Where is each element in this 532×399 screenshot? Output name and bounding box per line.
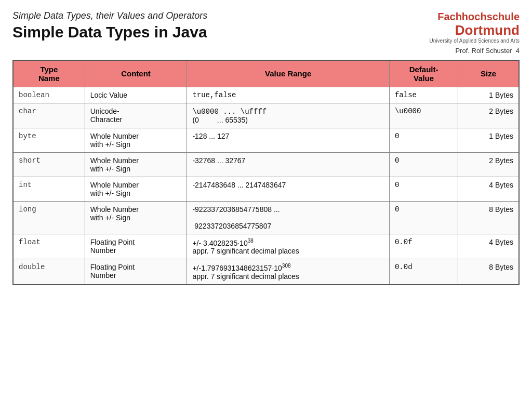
prof-name: Prof. Rolf Schuster bbox=[455, 47, 512, 55]
col-type-name: TypeName bbox=[13, 60, 85, 87]
size-boolean: 1 Bytes bbox=[458, 87, 519, 103]
size-short: 2 Bytes bbox=[458, 152, 519, 177]
prof-line: Prof. Rolf Schuster 4 bbox=[12, 47, 520, 55]
default-long: 0 bbox=[389, 201, 458, 234]
size-long: 8 Bytes bbox=[458, 201, 519, 234]
table-row: byte Whole Numberwith +/- Sign -128 ... … bbox=[13, 128, 519, 152]
range-double: +/-1.7976931348623157·10308 appr. 7 sign… bbox=[187, 259, 390, 285]
table-row: int Whole Numberwith +/- Sign -214748364… bbox=[13, 177, 519, 201]
table-row: boolean Locic Value true,false false 1 B… bbox=[13, 87, 519, 103]
content-float: Floating PointNumber bbox=[85, 234, 187, 259]
size-char: 2 Bytes bbox=[458, 103, 519, 128]
default-boolean: false bbox=[389, 87, 458, 103]
default-short: 0 bbox=[389, 152, 458, 177]
page-number: 4 bbox=[516, 47, 520, 55]
range-float: +/- 3.4028235·1038 appr. 7 significant d… bbox=[187, 234, 390, 259]
logo-fh: Fachhochschule bbox=[416, 10, 520, 23]
type-short: short bbox=[13, 152, 85, 177]
type-int: int bbox=[13, 177, 85, 201]
table-row: char Unicode-Character \u0000 ... \uffff… bbox=[13, 103, 519, 128]
col-size: Size bbox=[458, 60, 519, 87]
page-header: Simple Data Types, their Values and Oper… bbox=[12, 10, 520, 44]
range-long: -9223372036854775808 ... 922337203685477… bbox=[187, 201, 390, 234]
content-boolean: Locic Value bbox=[85, 87, 187, 103]
type-byte: byte bbox=[13, 128, 85, 152]
content-byte: Whole Numberwith +/- Sign bbox=[85, 128, 187, 152]
content-char: Unicode-Character bbox=[85, 103, 187, 128]
size-byte: 1 Bytes bbox=[458, 128, 519, 152]
table-row: double Floating PointNumber +/-1.7976931… bbox=[13, 259, 519, 285]
default-byte: 0 bbox=[389, 128, 458, 152]
logo-block: Fachhochschule Dortmund University of Ap… bbox=[416, 10, 520, 44]
size-double: 8 Bytes bbox=[458, 259, 519, 285]
logo-dortmund: Dortmund bbox=[416, 23, 520, 38]
data-types-table: TypeName Content Value Range Default-Val… bbox=[12, 60, 520, 285]
content-short: Whole Numberwith +/- Sign bbox=[85, 152, 187, 177]
table-row: float Floating PointNumber +/- 3.4028235… bbox=[13, 234, 519, 259]
type-char: char bbox=[13, 103, 85, 128]
range-char: \u0000 ... \uffff (0 ... 65535) bbox=[187, 103, 390, 128]
size-float: 4 Bytes bbox=[458, 234, 519, 259]
subtitle: Simple Data Types, their Values and Oper… bbox=[12, 10, 416, 21]
range-byte: -128 ... 127 bbox=[187, 128, 390, 152]
main-title: Simple Data Types in Java bbox=[12, 23, 416, 41]
type-float: float bbox=[13, 234, 85, 259]
type-long: long bbox=[13, 201, 85, 234]
default-int: 0 bbox=[389, 177, 458, 201]
content-int: Whole Numberwith +/- Sign bbox=[85, 177, 187, 201]
range-boolean: true,false bbox=[187, 87, 390, 103]
table-row: long Whole Numberwith +/- Sign -92233720… bbox=[13, 201, 519, 234]
content-double: Floating PointNumber bbox=[85, 259, 187, 285]
col-content: Content bbox=[85, 60, 187, 87]
range-int: -2147483648 ... 2147483647 bbox=[187, 177, 390, 201]
range-short: -32768 ... 32767 bbox=[187, 152, 390, 177]
col-default-value: Default-Value bbox=[389, 60, 458, 87]
default-char: \u0000 bbox=[389, 103, 458, 128]
title-block: Simple Data Types, their Values and Oper… bbox=[12, 10, 416, 41]
table-row: short Whole Numberwith +/- Sign -32768 .… bbox=[13, 152, 519, 177]
type-double: double bbox=[13, 259, 85, 285]
col-value-range: Value Range bbox=[187, 60, 390, 87]
logo-sub: University of Applied Sciences and Arts bbox=[416, 38, 520, 44]
default-double: 0.0d bbox=[389, 259, 458, 285]
size-int: 4 Bytes bbox=[458, 177, 519, 201]
default-float: 0.0f bbox=[389, 234, 458, 259]
type-boolean: boolean bbox=[13, 87, 85, 103]
content-long: Whole Numberwith +/- Sign bbox=[85, 201, 187, 234]
